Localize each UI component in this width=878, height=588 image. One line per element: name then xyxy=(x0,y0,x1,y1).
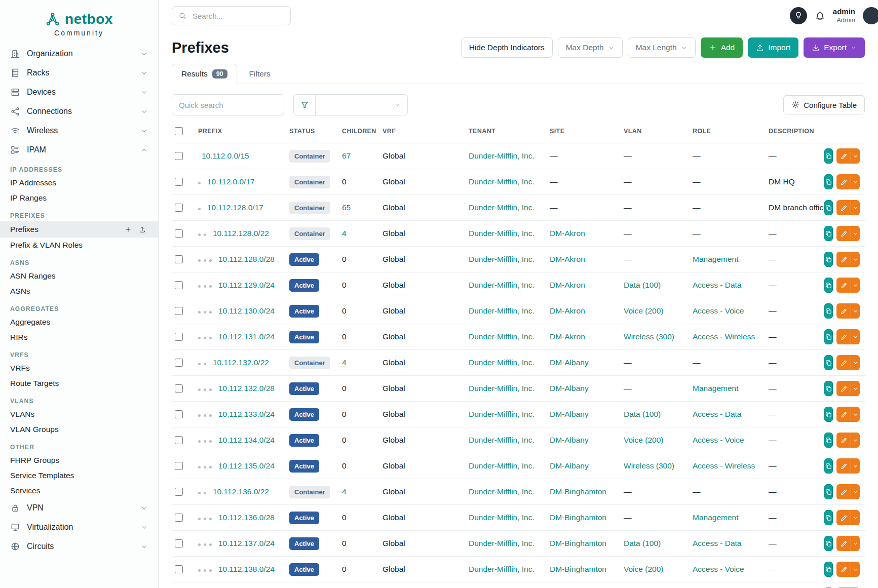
edit-dropdown-button[interactable] xyxy=(851,484,860,499)
notifications-button[interactable] xyxy=(815,11,825,21)
edit-dropdown-button[interactable] xyxy=(851,278,860,293)
row-checkbox[interactable] xyxy=(175,178,183,186)
tenant-link[interactable]: Dunder-Mifflin, Inc. xyxy=(469,539,535,547)
configure-table-button[interactable]: Configure Table xyxy=(783,95,865,114)
edit-button[interactable] xyxy=(836,174,851,189)
prefix-link[interactable]: 10.112.136.0/22 xyxy=(213,487,269,496)
sidebar-item-devices[interactable]: Devices xyxy=(0,83,158,102)
copy-button[interactable] xyxy=(824,458,833,474)
tenant-link[interactable]: Dunder-Mifflin, Inc. xyxy=(469,229,535,238)
children-count-link[interactable]: 4 xyxy=(342,487,347,496)
sidebar-import-icon[interactable] xyxy=(137,224,148,235)
prefix-link[interactable]: 10.112.135.0/24 xyxy=(218,461,275,470)
tenant-link[interactable]: Dunder-Mifflin, Inc. xyxy=(469,281,535,289)
edit-dropdown-button[interactable] xyxy=(851,174,860,189)
role-link[interactable]: Access - Data xyxy=(693,539,741,547)
max-depth-dropdown[interactable]: Max Depth xyxy=(558,37,623,58)
tenant-link[interactable]: Dunder-Mifflin, Inc. xyxy=(469,461,535,470)
column-header-status[interactable]: STATUS xyxy=(284,120,337,143)
row-checkbox[interactable] xyxy=(175,488,183,496)
role-link[interactable]: Access - Wireless xyxy=(693,332,755,341)
column-header-prefix[interactable]: PREFIX xyxy=(193,120,284,143)
prefix-link[interactable]: 10.112.129.0/24 xyxy=(218,281,275,289)
site-link[interactable]: DM-Binghamton xyxy=(550,565,606,573)
edit-dropdown-button[interactable] xyxy=(851,355,860,370)
site-link[interactable]: DM-Akron xyxy=(550,255,585,263)
sidebar-item-service-templates[interactable]: Service Templates xyxy=(0,468,158,483)
import-button[interactable]: Import xyxy=(748,37,798,58)
tenant-link[interactable]: Dunder-Mifflin, Inc. xyxy=(469,513,535,522)
sidebar-item-ipam[interactable]: IPAM xyxy=(0,140,158,160)
prefix-link[interactable]: 10.112.128.0/22 xyxy=(213,229,269,238)
sidebar-item-asn-ranges[interactable]: ASN Ranges xyxy=(0,268,158,284)
column-header-vrf[interactable]: VRF xyxy=(377,120,464,143)
row-checkbox[interactable] xyxy=(175,539,183,547)
prefix-link[interactable]: 10.112.132.0/22 xyxy=(213,358,269,367)
prefix-link[interactable]: 10.112.133.0/24 xyxy=(218,410,275,418)
sidebar-item-connections[interactable]: Connections xyxy=(0,102,158,121)
role-link[interactable]: Management xyxy=(693,384,738,393)
role-link[interactable]: Access - Voice xyxy=(693,565,744,573)
children-count-link[interactable]: 65 xyxy=(342,203,351,212)
site-link[interactable]: DM-Binghamton xyxy=(550,487,606,496)
children-count-link[interactable]: 4 xyxy=(342,229,347,238)
edit-button[interactable] xyxy=(836,433,851,448)
site-link[interactable]: DM-Albany xyxy=(550,358,589,367)
sidebar-item-ip-ranges[interactable]: IP Ranges xyxy=(0,190,158,206)
sidebar-item-virtualization[interactable]: Virtualization xyxy=(0,518,158,537)
edit-button[interactable] xyxy=(836,381,851,396)
column-header-role[interactable]: ROLE xyxy=(688,120,764,143)
role-link[interactable]: Access - Voice xyxy=(693,436,744,444)
sidebar-add-icon[interactable] xyxy=(123,224,134,235)
site-link[interactable]: DM-Albany xyxy=(550,384,589,393)
copy-button[interactable] xyxy=(824,278,833,293)
copy-button[interactable] xyxy=(824,252,833,267)
user-block[interactable]: admin Admin xyxy=(833,7,855,24)
site-link[interactable]: DM-Akron xyxy=(550,229,585,238)
site-link[interactable]: DM-Binghamton xyxy=(550,513,606,522)
user-avatar[interactable] xyxy=(863,7,878,24)
vlan-link[interactable]: Voice (200) xyxy=(624,436,663,444)
tenant-link[interactable]: Dunder-Mifflin, Inc. xyxy=(469,410,535,418)
sidebar-item-organization[interactable]: Organization xyxy=(0,44,158,63)
edit-dropdown-button[interactable] xyxy=(851,510,860,525)
edit-button[interactable] xyxy=(836,536,851,551)
role-link[interactable]: Access - Voice xyxy=(693,306,744,315)
global-search-input[interactable] xyxy=(192,11,284,21)
vlan-link[interactable]: Wireless (300) xyxy=(624,461,674,470)
copy-button[interactable] xyxy=(824,433,833,448)
row-checkbox[interactable] xyxy=(175,410,183,418)
copy-button[interactable] xyxy=(824,329,833,344)
edit-dropdown-button[interactable] xyxy=(851,458,860,474)
edit-button[interactable] xyxy=(836,484,851,499)
edit-dropdown-button[interactable] xyxy=(851,200,860,215)
tab-filters[interactable]: Filters xyxy=(240,64,280,84)
copy-button[interactable] xyxy=(824,562,833,577)
tenant-link[interactable]: Dunder-Mifflin, Inc. xyxy=(469,384,535,393)
column-header-children[interactable]: CHILDREN xyxy=(337,120,377,143)
copy-button[interactable] xyxy=(824,536,833,551)
sidebar-item-fhrp-groups[interactable]: FHRP Groups xyxy=(0,453,158,468)
prefix-link[interactable]: 10.112.137.0/24 xyxy=(218,539,275,547)
copy-button[interactable] xyxy=(824,226,833,241)
tenant-link[interactable]: Dunder-Mifflin, Inc. xyxy=(469,487,535,496)
role-link[interactable]: Access - Data xyxy=(693,410,741,418)
row-checkbox[interactable] xyxy=(175,359,183,367)
prefix-link[interactable]: 10.112.130.0/24 xyxy=(218,306,275,315)
sidebar-item-vlan-groups[interactable]: VLAN Groups xyxy=(0,422,158,437)
sidebar-item-vrfs[interactable]: VRFs xyxy=(0,361,158,376)
filter-funnel-icon[interactable] xyxy=(293,94,316,115)
edit-button[interactable] xyxy=(836,458,851,474)
vlan-link[interactable]: Wireless (300) xyxy=(624,332,674,341)
sidebar-item-circuits[interactable]: Circuits xyxy=(0,537,158,556)
sidebar-item-wireless[interactable]: Wireless xyxy=(0,121,158,140)
tenant-link[interactable]: Dunder-Mifflin, Inc. xyxy=(469,306,535,315)
edit-dropdown-button[interactable] xyxy=(851,226,860,241)
vlan-link[interactable]: Data (100) xyxy=(624,539,661,547)
row-checkbox[interactable] xyxy=(175,436,183,444)
edit-dropdown-button[interactable] xyxy=(851,562,860,577)
prefix-link[interactable]: 10.112.132.0/28 xyxy=(218,384,275,393)
vlan-link[interactable]: Data (100) xyxy=(624,281,661,289)
sidebar-item-route-targets[interactable]: Route Targets xyxy=(0,376,158,391)
edit-dropdown-button[interactable] xyxy=(851,407,860,422)
